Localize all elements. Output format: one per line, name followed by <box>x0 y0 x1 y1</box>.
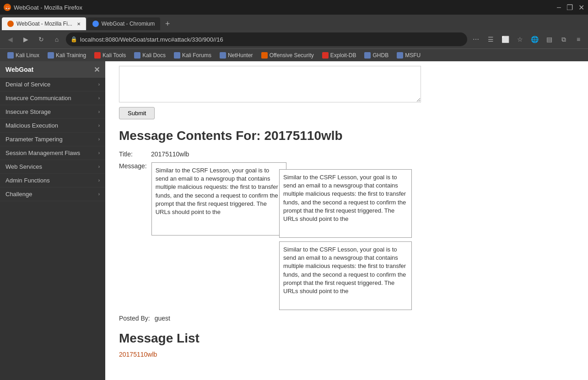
sidebar-item-web-services[interactable]: Web Services › <box>0 160 105 174</box>
message-text-top: Similar to the CSRF Lesson, your goal is… <box>156 167 278 215</box>
sidebar-item-challenge-label: Challenge <box>5 191 32 198</box>
posted-by-value: guest <box>155 315 170 322</box>
title-label: Title: <box>119 150 146 158</box>
title-value: 20175110wlb <box>151 150 189 158</box>
sidebar-item-challenge[interactable]: Challenge › <box>0 187 105 201</box>
reload-button[interactable]: ↻ <box>35 33 48 46</box>
chevron-right-icon: › <box>98 96 100 101</box>
message-label: Message: <box>119 162 147 170</box>
sidebar-item-insecure-storage-label: Insecure Storage <box>5 108 51 115</box>
bookmark-nethunter[interactable]: NetHunter <box>216 50 257 60</box>
chevron-right-icon: › <box>98 109 100 114</box>
tab-chromium-icon <box>92 21 99 27</box>
message-list-section: Message List 20175110wlb <box>105 326 588 363</box>
msfu-icon <box>397 52 403 59</box>
kali-forums-icon <box>174 52 180 59</box>
library-icon[interactable]: ▤ <box>543 33 555 45</box>
ghdb-icon <box>364 52 371 59</box>
kali-training-label: Kali Training <box>56 52 86 59</box>
star-icon[interactable]: ☆ <box>514 33 526 45</box>
back-button[interactable]: ◀ <box>4 33 16 46</box>
message-box-1-text: Similar to the CSRF Lesson, your goal is… <box>283 174 406 222</box>
sidebar-close-button[interactable]: ✕ <box>94 65 100 74</box>
bookmark-kali-tools[interactable]: Kali Tools <box>91 50 129 60</box>
new-tab-button[interactable]: + <box>161 17 174 30</box>
sidebar-item-session-management-flaws[interactable]: Session Management Flaws › <box>0 146 105 160</box>
submit-button[interactable]: Submit <box>119 107 155 119</box>
sidebar-item-admin-functions[interactable]: Admin Functions › <box>0 174 105 187</box>
exploit-db-icon <box>322 52 329 59</box>
sidebar-header: WebGoat ✕ <box>0 61 105 78</box>
chevron-right-icon: › <box>98 123 100 128</box>
browser-title: WebGoat - Mozilla Firefox <box>14 4 82 11</box>
sidebar-toggle-icon[interactable]: ⧉ <box>558 33 570 45</box>
textarea-section: Submit <box>105 61 588 124</box>
tab-firefox-close[interactable]: ✕ <box>77 21 81 27</box>
message-box-1[interactable]: Similar to the CSRF Lesson, your goal is… <box>279 169 412 238</box>
zoom-icon[interactable]: 🌐 <box>529 33 540 45</box>
message-contents-heading: Message Contents For: 20175110wlb <box>119 128 574 143</box>
minimize-button[interactable]: – <box>557 3 561 11</box>
chevron-right-icon: › <box>98 137 100 142</box>
bookmark-kali-linux[interactable]: Kali Linux <box>4 50 43 60</box>
kali-tools-label: Kali Tools <box>102 52 126 59</box>
tab-firefox-label: WebGoat - Mozilla Fi... <box>16 21 72 27</box>
sidebar-item-insecure-communication[interactable]: Insecure Communication › <box>0 91 105 105</box>
ghdb-label: GHDB <box>372 52 388 59</box>
home-button[interactable]: ⌂ <box>50 33 63 46</box>
sidebar: WebGoat ✕ Denial of Service › Insecure C… <box>0 61 105 380</box>
close-button[interactable]: ✕ <box>578 3 584 12</box>
title-bar-left: 🦊 WebGoat - Mozilla Firefox <box>4 4 82 11</box>
sidebar-item-denial-of-service-label: Denial of Service <box>5 81 50 88</box>
forward-button[interactable]: ▶ <box>19 33 32 46</box>
message-input[interactable] <box>119 66 421 102</box>
offensive-security-icon <box>261 52 268 59</box>
stacked-message-boxes: Similar to the CSRF Lesson, your goal is… <box>279 169 574 310</box>
bookmark-kali-forums[interactable]: Kali Forums <box>170 50 215 60</box>
menu-button[interactable]: ≡ <box>572 33 584 45</box>
kali-linux-label: Kali Linux <box>16 52 39 59</box>
bookmark-ghdb[interactable]: GHDB <box>361 50 392 60</box>
bookmark-kali-docs[interactable]: Kali Docs <box>130 50 169 60</box>
sidebar-item-parameter-tampering-label: Parameter Tampering <box>5 136 63 143</box>
title-bar: 🦊 WebGoat - Mozilla Firefox – ❐ ✕ <box>0 0 588 15</box>
sidebar-item-malicious-execution[interactable]: Malicious Execution › <box>0 119 105 133</box>
bookmark-kali-training[interactable]: Kali Training <box>44 50 90 60</box>
posted-by-row: Posted By: guest <box>119 315 574 322</box>
bookmark-offensive-security[interactable]: Offensive Security <box>258 50 318 60</box>
bookmarks-icon[interactable]: ⋯ <box>470 33 482 45</box>
bookmarks-bar: Kali Linux Kali Training Kali Tools Kali… <box>0 48 588 61</box>
chevron-right-icon: › <box>98 164 100 169</box>
kali-tools-icon <box>94 52 101 59</box>
tab-firefox[interactable]: WebGoat - Mozilla Fi... ✕ <box>2 17 86 30</box>
tab-chromium[interactable]: WebGoat - Chromium <box>87 17 160 30</box>
sidebar-item-parameter-tampering[interactable]: Parameter Tampering › <box>0 133 105 146</box>
chevron-right-icon: › <box>98 82 100 87</box>
bookmark-msfu[interactable]: MSFU <box>393 50 424 60</box>
sidebar-item-denial-of-service[interactable]: Denial of Service › <box>0 78 105 91</box>
address-bar[interactable]: 🔒 localhost:8080/WebGoat/start.mvc#attac… <box>66 32 467 46</box>
exploit-db-label: Exploit-DB <box>330 52 356 59</box>
message-contents-section: Message Contents For: 20175110wlb Title:… <box>105 124 588 326</box>
url-text: localhost:8080/WebGoat/start.mvc#attack/… <box>80 36 223 43</box>
browser-window: 🦊 WebGoat - Mozilla Firefox – ❐ ✕ WebGoa… <box>0 0 588 380</box>
sidebar-item-malicious-execution-label: Malicious Execution <box>5 122 58 129</box>
tab-firefox-icon <box>7 21 14 27</box>
message-box-2[interactable]: Similar to the CSRF Lesson, your goal is… <box>279 241 412 310</box>
sidebar-item-web-services-label: Web Services <box>5 163 42 170</box>
reader-view-icon[interactable]: ☰ <box>485 33 496 45</box>
message-box-top[interactable]: Similar to the CSRF Lesson, your goal is… <box>151 162 286 235</box>
pocket-icon[interactable]: ⬜ <box>499 33 511 45</box>
bookmark-exploit-db[interactable]: Exploit-DB <box>318 50 360 60</box>
sidebar-item-insecure-storage[interactable]: Insecure Storage › <box>0 105 105 119</box>
message-content-area: Similar to the CSRF Lesson, your goal is… <box>151 162 286 235</box>
chevron-right-icon: › <box>98 178 100 183</box>
kali-linux-icon <box>7 52 14 59</box>
firefox-icon: 🦊 <box>4 4 11 11</box>
kali-training-icon <box>48 52 54 59</box>
nethunter-icon <box>220 52 226 59</box>
nethunter-label: NetHunter <box>228 52 253 59</box>
message-box-2-text: Similar to the CSRF Lesson, your goal is… <box>283 246 406 294</box>
message-list-link[interactable]: 20175110wlb <box>119 351 157 358</box>
restore-button[interactable]: ❐ <box>566 3 573 12</box>
